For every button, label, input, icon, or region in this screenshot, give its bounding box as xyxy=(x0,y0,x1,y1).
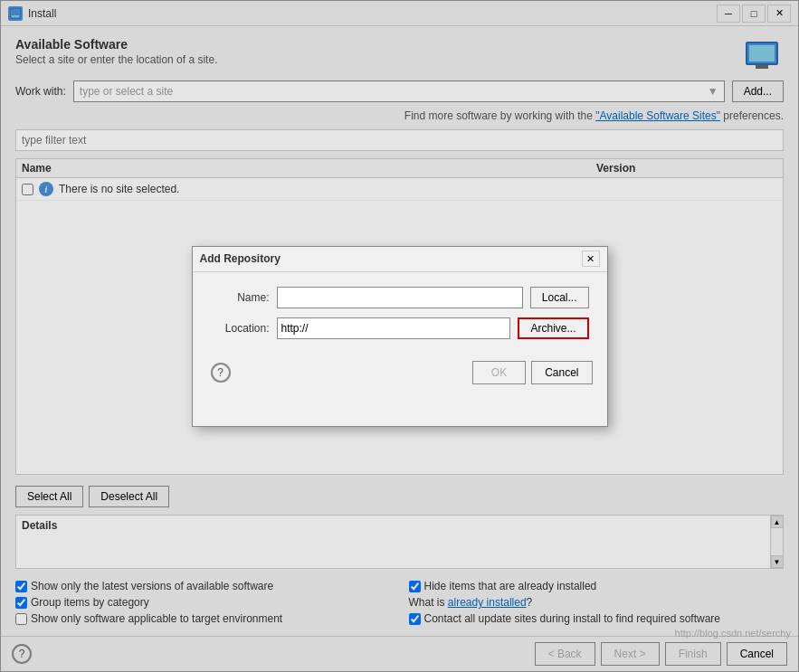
main-window: Install ─ □ ✕ Available Software Select … xyxy=(0,0,799,672)
dialog-ok-button[interactable]: OK xyxy=(472,361,526,384)
add-repository-dialog: Add Repository ✕ Name: Local... Location… xyxy=(192,246,608,427)
dialog-close-button[interactable]: ✕ xyxy=(582,251,600,267)
local-button[interactable]: Local... xyxy=(530,287,589,308)
modal-overlay: Add Repository ✕ Name: Local... Location… xyxy=(1,1,798,671)
dialog-footer: ? OK Cancel xyxy=(193,354,607,395)
dialog-content: Name: Local... Location: Archive... xyxy=(193,272,607,354)
dialog-title: Add Repository xyxy=(200,252,281,265)
dialog-location-input[interactable] xyxy=(277,317,511,339)
dialog-help-button[interactable]: ? xyxy=(211,363,231,383)
dialog-title-bar: Add Repository ✕ xyxy=(193,247,607,272)
archive-button[interactable]: Archive... xyxy=(518,317,588,339)
dialog-location-row: Location: Archive... xyxy=(211,317,589,339)
dialog-name-label: Name: xyxy=(211,291,270,304)
dialog-cancel-button[interactable]: Cancel xyxy=(531,361,592,384)
dialog-name-row: Name: Local... xyxy=(211,287,589,308)
dialog-action-buttons: OK Cancel xyxy=(472,361,593,384)
dialog-name-input[interactable] xyxy=(277,287,523,308)
dialog-location-label: Location: xyxy=(211,322,270,335)
